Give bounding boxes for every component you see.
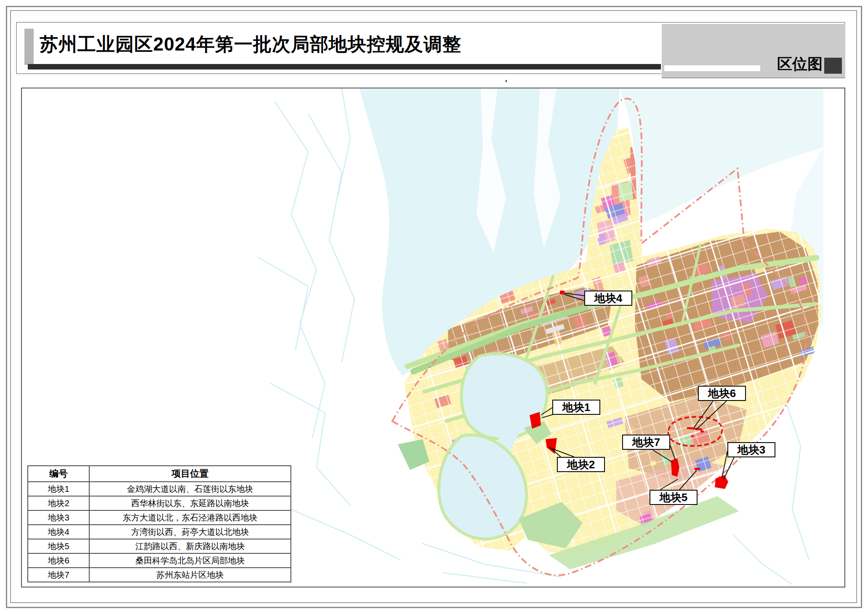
northeast-water: [620, 88, 823, 223]
col-header-location: 项目位置: [89, 466, 291, 482]
plot-id: 地块4: [28, 525, 89, 539]
plot-location: 江韵路以西、新庆路以南地块: [89, 539, 291, 553]
plot-id: 地块7: [28, 568, 89, 582]
location-map-panel: 地块1 地块2 地块3 地块4 地块5 地块6 地块7 编号 项目位置 地块1 …: [21, 88, 845, 587]
plot-3-marker: [715, 475, 728, 489]
table-row: 地块3 东方大道以北，东石泾港路以西地块: [28, 510, 291, 525]
plan-sheet: { "page": { "title": "苏州工业园区2024年第一批次局部地…: [0, 0, 868, 614]
table-row: 地块4 方湾街以西、葑亭大道以北地块: [28, 525, 291, 539]
plot-location: 方湾街以西、葑亭大道以北地块: [89, 525, 291, 539]
table-row: 地块1 金鸡湖大道以南、石莲街以东地块: [28, 482, 291, 496]
table-header-row: 编号 项目位置: [28, 466, 291, 482]
table-row: 地块7 苏州东站片区地块: [28, 568, 291, 582]
plot-id: 地块1: [28, 482, 89, 496]
plot-location: 东方大道以北，东石泾港路以西地块: [89, 510, 291, 525]
plot-label-7: 地块7: [622, 435, 670, 450]
table-row: 地块6 桑田科学岛北岛片区局部地块: [28, 553, 291, 568]
corner-square-icon: [824, 58, 842, 74]
corner-white-strip: [664, 65, 760, 71]
plot-label-5: 地块5: [650, 490, 698, 505]
plot-4-marker: [560, 291, 564, 294]
plot-label-6: 地块6: [698, 386, 746, 401]
plot-id: 地块2: [28, 496, 89, 510]
corner-map-type-label: 区位图: [770, 54, 823, 72]
plot-id: 地块3: [28, 510, 89, 525]
plot-5-marker: [695, 468, 700, 470]
plot-label-1: 地块1: [552, 400, 600, 415]
plot-location: 桑田科学岛北岛片区局部地块: [89, 553, 291, 568]
plot-location: 西华林街以东、东延路以南地块: [89, 496, 291, 510]
plot-location: 金鸡湖大道以南、石莲街以东地块: [89, 482, 291, 496]
plot-label-3: 地块3: [727, 442, 775, 457]
page-title: 苏州工业园区2024年第一批次局部地块控规及调整: [40, 32, 587, 61]
plot-label-2: 地块2: [557, 457, 605, 472]
title-underline-bar: [28, 64, 661, 69]
plot-id: 地块5: [28, 539, 89, 553]
table-row: 地块2 西华林街以东、东延路以南地块: [28, 496, 291, 510]
plot-location-table: 编号 项目位置 地块1 金鸡湖大道以南、石莲街以东地块 地块2 西华林街以东、东…: [27, 465, 291, 582]
plot-id: 地块6: [28, 553, 89, 568]
plot-location: 苏州东站片区地块: [89, 568, 291, 582]
plot-label-4: 地块4: [584, 291, 632, 306]
title-accent-bar: [24, 29, 34, 65]
col-header-id: 编号: [28, 466, 89, 482]
stray-mark: ': [505, 78, 507, 88]
table-row: 地块5 江韵路以西、新庆路以南地块: [28, 539, 291, 553]
